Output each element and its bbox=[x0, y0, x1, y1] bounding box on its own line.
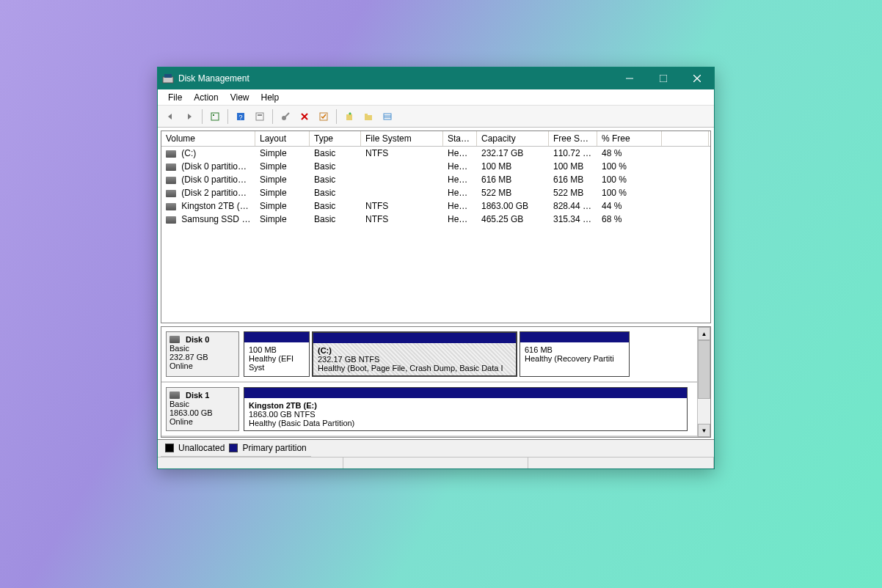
tool-icon[interactable] bbox=[277, 109, 294, 125]
svg-rect-17 bbox=[384, 114, 391, 120]
scrollbar[interactable]: ▲ ▼ bbox=[697, 327, 710, 437]
cell-cap: 465.25 GB bbox=[477, 213, 549, 225]
list-icon[interactable] bbox=[379, 109, 396, 125]
partition[interactable]: 100 MBHealthy (EFI Syst bbox=[244, 331, 310, 377]
separator bbox=[227, 109, 228, 124]
new-icon[interactable] bbox=[341, 109, 357, 125]
cell-free: 616 MB bbox=[549, 174, 597, 185]
col-capacity[interactable]: Capacity bbox=[477, 131, 549, 146]
partition-size: 100 MB bbox=[249, 345, 277, 354]
partition[interactable]: Kingston 2TB (E:)1863.00 GB NTFSHealthy … bbox=[244, 387, 688, 431]
svg-rect-16 bbox=[365, 114, 368, 116]
cell-cap: 1863.00 GB bbox=[477, 200, 549, 212]
cell-pct: 100 % bbox=[597, 174, 662, 185]
legend-label: Unallocated bbox=[178, 443, 225, 453]
svg-rect-0 bbox=[163, 77, 173, 83]
cell-vol: Samsung SSD 500... bbox=[161, 213, 255, 225]
folder-icon[interactable] bbox=[360, 109, 376, 125]
svg-rect-15 bbox=[365, 115, 372, 120]
cell-layout: Simple bbox=[255, 174, 310, 185]
back-button[interactable] bbox=[162, 109, 178, 125]
col-freespace[interactable]: Free Spa... bbox=[549, 131, 597, 146]
disk-layout-area: Disk 0Basic232.87 GBOnline100 MBHealthy … bbox=[161, 326, 711, 438]
col-pctfree[interactable]: % Free bbox=[597, 131, 662, 146]
cell-pct: 48 % bbox=[597, 147, 662, 159]
drive-icon bbox=[166, 163, 176, 171]
table-row[interactable]: (C:)SimpleBasicNTFSHealthy (B...232.17 G… bbox=[161, 147, 710, 160]
disk-header[interactable]: Disk 0Basic232.87 GBOnline bbox=[166, 331, 239, 377]
drive-icon bbox=[166, 190, 176, 197]
cell-layout: Simple bbox=[255, 147, 310, 159]
partition-size: 616 MB bbox=[525, 345, 553, 354]
cell-pct: 68 % bbox=[597, 213, 662, 225]
cell-vol: Kingston 2TB (E:) bbox=[161, 200, 255, 212]
separator bbox=[336, 109, 337, 124]
disk-header[interactable]: Disk 1Basic1863.00 GBOnline bbox=[166, 387, 239, 431]
cell-cap: 616 MB bbox=[477, 174, 549, 185]
app-icon bbox=[158, 73, 178, 84]
table-row[interactable]: (Disk 2 partition 2)SimpleBasicHealthy (… bbox=[161, 186, 710, 199]
check-icon[interactable] bbox=[316, 109, 332, 125]
menu-help[interactable]: Help bbox=[255, 90, 285, 105]
help-icon[interactable]: ? bbox=[233, 109, 249, 125]
legend-swatch bbox=[229, 444, 238, 452]
col-filesystem[interactable]: File System bbox=[361, 131, 443, 146]
cell-type: Basic bbox=[310, 174, 361, 185]
cell-layout: Simple bbox=[255, 200, 310, 212]
cell-status: Healthy (R... bbox=[443, 174, 477, 185]
partition-title: (C:) bbox=[318, 346, 332, 355]
scroll-down-button[interactable]: ▼ bbox=[698, 424, 710, 437]
partition-strip: 100 MBHealthy (EFI Syst (C:)232.17 GB NT… bbox=[244, 331, 693, 377]
cell-free: 828.44 GB bbox=[549, 200, 597, 212]
cell-status: Healthy (E... bbox=[443, 161, 477, 172]
cell-fs bbox=[361, 174, 443, 185]
col-layout[interactable]: Layout bbox=[255, 131, 310, 146]
table-row[interactable]: (Disk 0 partition 1)SimpleBasicHealthy (… bbox=[161, 160, 710, 173]
scroll-up-button[interactable]: ▲ bbox=[698, 327, 710, 340]
menu-file[interactable]: File bbox=[162, 90, 188, 105]
table-row[interactable]: (Disk 0 partition 4)SimpleBasicHealthy (… bbox=[161, 173, 710, 186]
cell-status: Healthy (P... bbox=[443, 213, 477, 225]
delete-icon[interactable] bbox=[296, 109, 313, 125]
col-type[interactable]: Type bbox=[310, 131, 361, 146]
cell-type: Basic bbox=[310, 161, 361, 172]
col-spare[interactable] bbox=[662, 131, 709, 146]
cell-type: Basic bbox=[310, 147, 361, 159]
menu-action[interactable]: Action bbox=[188, 90, 224, 105]
cell-pct: 44 % bbox=[597, 200, 662, 212]
menu-view[interactable]: View bbox=[225, 90, 255, 105]
table-row[interactable]: Kingston 2TB (E:)SimpleBasicNTFSHealthy … bbox=[161, 199, 710, 213]
properties-icon[interactable] bbox=[252, 109, 268, 125]
maximize-button[interactable] bbox=[646, 67, 680, 89]
refresh-icon[interactable] bbox=[207, 109, 223, 125]
cell-pct: 100 % bbox=[597, 187, 662, 199]
partition-size: 1863.00 GB NTFS bbox=[249, 410, 316, 419]
disk-management-window: Disk Management File Action View Help ? … bbox=[157, 67, 715, 469]
close-button[interactable] bbox=[680, 67, 714, 89]
cell-pct: 100 % bbox=[597, 161, 662, 172]
cell-fs: NTFS bbox=[361, 200, 443, 212]
partition[interactable]: 616 MBHealthy (Recovery Partiti bbox=[520, 331, 630, 377]
cell-free: 110.72 GB bbox=[549, 147, 597, 159]
disk-type: Basic bbox=[170, 400, 236, 408]
drive-icon bbox=[166, 216, 176, 224]
forward-button[interactable] bbox=[181, 109, 197, 125]
volume-header: Volume Layout Type File System Status Ca… bbox=[161, 131, 710, 147]
disk-row: Disk 0Basic232.87 GBOnline100 MBHealthy … bbox=[161, 327, 697, 383]
cell-status: Healthy (B... bbox=[443, 200, 477, 212]
col-volume[interactable]: Volume bbox=[161, 131, 255, 146]
partition[interactable]: (C:)232.17 GB NTFSHealthy (Boot, Page Fi… bbox=[312, 331, 517, 377]
disk-type: Basic bbox=[170, 344, 236, 353]
scroll-thumb[interactable] bbox=[698, 340, 710, 399]
minimize-button[interactable] bbox=[613, 67, 646, 89]
cell-type: Basic bbox=[310, 187, 361, 199]
drive-icon bbox=[166, 177, 176, 184]
disk-size: 1863.00 GB bbox=[170, 408, 236, 417]
window-title: Disk Management bbox=[178, 73, 613, 84]
col-status[interactable]: Status bbox=[443, 131, 477, 146]
svg-rect-7 bbox=[213, 114, 214, 116]
table-row[interactable]: Samsung SSD 500...SimpleBasicNTFSHealthy… bbox=[161, 213, 710, 226]
partition-strip: Kingston 2TB (E:)1863.00 GB NTFSHealthy … bbox=[244, 387, 693, 431]
titlebar[interactable]: Disk Management bbox=[158, 67, 714, 89]
cell-vol: (Disk 0 partition 1) bbox=[161, 161, 255, 172]
